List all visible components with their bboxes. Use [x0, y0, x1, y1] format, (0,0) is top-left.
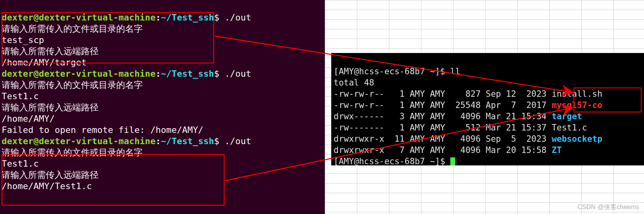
output-line: 请输入所需传入远端路径 [2, 102, 99, 112]
watermark-text: CSDN @侠客cheems [577, 203, 639, 212]
output-line: Failed to open remote file: /home/AMY/ [2, 125, 203, 135]
command-text: ./out [225, 12, 251, 22]
output-total: total 48 [334, 78, 374, 88]
prompt-path: ~/Test_ssh [161, 69, 214, 79]
output-line: /home/AMY/Test1.c [2, 181, 92, 191]
prompt-path: ~/Test_ssh [161, 12, 214, 22]
prompt-path: ~/Test_ssh [161, 136, 214, 146]
output-line: 请输入所需传入的文件或目录的名字 [2, 147, 143, 157]
cursor-icon [450, 157, 455, 165]
command-text: ./out [225, 136, 251, 146]
prompt-remote: [AMY@hcss-ecs-68b7 ~]$ [334, 157, 450, 165]
output-line: 请输入所需传入的文件或目录的名字 [2, 24, 143, 34]
output-line: Test1.c [2, 159, 39, 169]
left-terminal[interactable]: dexter@dexter-virtual-machine:~/Test_ssh… [0, 0, 325, 214]
file-listing: -rw-rw-r-- 1 AMY AMY 827 Sep 12 2023 ins… [334, 88, 642, 156]
prompt-user-host: dexter@dexter-virtual-machine [2, 12, 156, 22]
prompt-colon: : [156, 69, 161, 79]
output-line: /home/AMY/ [2, 114, 55, 124]
prompt-user-host: dexter@dexter-virtual-machine [2, 69, 156, 79]
prompt-dollar: $ [214, 136, 219, 146]
output-line: test_scp [2, 35, 44, 45]
prompt-colon: : [156, 12, 161, 22]
prompt-dollar: $ [214, 69, 219, 79]
command-text: ll [450, 67, 460, 76]
prompt-user-host: dexter@dexter-virtual-machine [2, 136, 156, 146]
prompt-dollar: $ [214, 12, 219, 22]
output-line: 请输入所需传入的文件或目录的名字 [2, 80, 143, 90]
output-line: 请输入所需传入远端路径 [2, 170, 99, 180]
prompt-remote: [AMY@hcss-ecs-68b7 ~]$ [334, 67, 450, 76]
output-line: /home/AMY/target [2, 57, 87, 67]
right-terminal[interactable]: [AMY@hcss-ecs-68b7 ~]$ ll total 48 -rw-r… [331, 53, 644, 165]
command-text: ./out [225, 69, 251, 79]
output-line: Test1.c [2, 91, 39, 101]
output-line: 请输入所需传入远端路径 [2, 46, 99, 56]
prompt-colon: : [156, 136, 161, 146]
